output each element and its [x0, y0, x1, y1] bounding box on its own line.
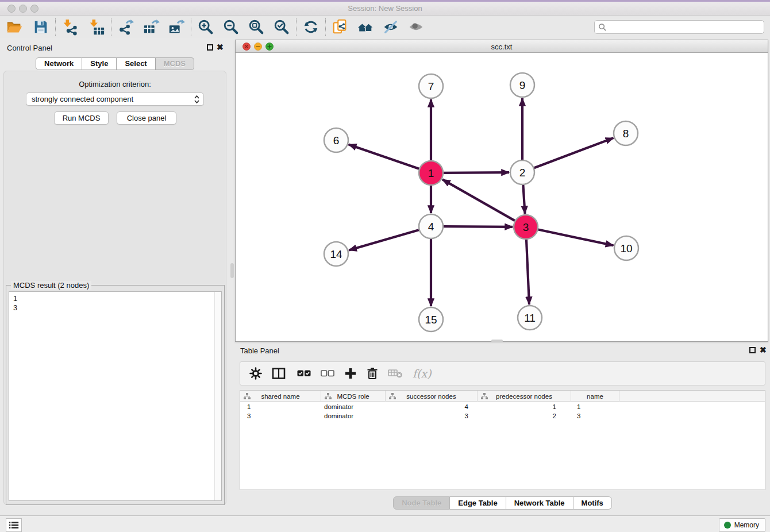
select-all-icon[interactable] [297, 369, 311, 377]
edge-4-3[interactable] [444, 226, 513, 227]
table-cell[interactable]: 4 [386, 402, 478, 411]
save-session-icon[interactable] [31, 17, 51, 37]
memory-button[interactable]: Memory [719, 518, 765, 532]
mcds-result-box: MCDS result (2 nodes) 13 [6, 285, 225, 505]
network-window-title: scc.txt [236, 43, 768, 51]
table-panel-title: Table Panel [240, 346, 279, 355]
tab-select[interactable]: Select [117, 57, 155, 70]
table-row[interactable]: 3dominator323 [240, 411, 765, 421]
edge-1-2[interactable] [444, 172, 509, 173]
export-image-icon[interactable] [167, 17, 186, 37]
control-panel-header: Control Panel ✖ [0, 41, 230, 56]
column-header-name[interactable]: name [571, 391, 619, 402]
node-label-11: 11 [524, 312, 536, 324]
add-row-icon[interactable] [344, 367, 357, 380]
tab-network-table[interactable]: Network Table [506, 496, 573, 510]
export-table-icon[interactable] [141, 17, 161, 37]
edge-2-3[interactable] [523, 185, 525, 214]
import-table-icon[interactable] [87, 17, 106, 37]
node-label-4: 4 [428, 221, 434, 233]
window-title: Session: New Session [0, 4, 770, 13]
tab-network[interactable]: Network [36, 57, 82, 70]
float-panel-icon[interactable] [749, 347, 756, 353]
table-row[interactable]: 1dominator411 [240, 402, 765, 411]
hide-selected-icon[interactable] [381, 17, 401, 37]
panel-splitter-handle[interactable] [491, 340, 503, 342]
network-view-window: scc.txt 7968124314101511 [235, 40, 768, 342]
result-line: 1 [13, 294, 221, 303]
node-label-3: 3 [523, 221, 529, 233]
optimization-criterion-dropdown[interactable]: strongly connected component [26, 92, 204, 106]
edge-3-1[interactable] [442, 179, 515, 221]
tab-motifs[interactable]: Motifs [573, 496, 612, 510]
node-label-7: 7 [428, 80, 434, 92]
control-panel-title: Control Panel [7, 44, 52, 52]
edge-3-10[interactable] [538, 230, 614, 246]
edge-1-6[interactable] [349, 145, 419, 169]
network-window-titlebar[interactable]: scc.txt [236, 40, 768, 53]
zoom-in-icon[interactable] [196, 17, 215, 37]
zoom-out-icon[interactable] [221, 17, 241, 37]
table-cell[interactable]: dominator [321, 402, 386, 411]
search-icon [598, 23, 607, 32]
mcds-result-title: MCDS result (2 nodes) [11, 281, 91, 290]
node-label-2: 2 [519, 167, 526, 179]
table-cell[interactable]: 3 [386, 411, 478, 421]
search-input[interactable] [607, 21, 764, 33]
clone-network-icon[interactable] [330, 17, 350, 37]
run-mcds-button[interactable]: Run MCDS [54, 111, 109, 125]
close-panel-button[interactable]: Close panel [117, 111, 176, 125]
show-all-icon[interactable] [406, 17, 426, 37]
column-header-MCDS-role[interactable]: MCDS role [321, 391, 386, 402]
table-cell[interactable]: 2 [478, 411, 571, 421]
mcds-result-text[interactable]: 13 [9, 291, 222, 501]
first-neighbors-icon[interactable] [356, 17, 375, 37]
panel-splitter-handle[interactable] [230, 263, 234, 278]
table-cell[interactable]: 1 [240, 402, 321, 411]
tab-style[interactable]: Style [82, 57, 117, 70]
toolbar-separator [296, 18, 297, 36]
delete-table-icon[interactable] [388, 368, 403, 379]
function-builder-icon[interactable]: f(x) [413, 367, 432, 380]
task-history-button[interactable] [6, 518, 22, 532]
import-network-icon[interactable] [60, 17, 80, 37]
memory-status-icon [724, 522, 731, 529]
optimization-criterion-label: Optimization criterion: [0, 80, 230, 88]
table-tabs: Node TableEdge TableNetwork TableMotifs [235, 496, 770, 510]
table-cell[interactable]: 1 [478, 402, 571, 411]
table-toolbar: f(x) [240, 361, 765, 385]
column-header-successor-nodes[interactable]: successor nodes [386, 391, 478, 402]
result-scrollbar[interactable] [214, 292, 221, 500]
table-cell[interactable]: 1 [571, 402, 619, 411]
edge-4-14[interactable] [349, 230, 419, 250]
edge-2-8[interactable] [534, 138, 614, 168]
zoom-fit-icon[interactable] [247, 17, 266, 37]
zoom-selected-icon[interactable] [272, 17, 291, 37]
table-cell[interactable]: dominator [321, 411, 386, 421]
dropdown-value: strongly connected component [32, 95, 133, 103]
search-field[interactable] [594, 20, 764, 34]
close-panel-icon[interactable]: ✖ [217, 43, 224, 52]
edge-3-11[interactable] [526, 240, 529, 304]
column-header-shared-name[interactable]: shared name [240, 391, 321, 402]
tab-mcds[interactable]: MCDS [156, 57, 194, 70]
control-panel-tabs: NetworkStyleSelectMCDS [0, 57, 230, 70]
network-canvas[interactable]: 7968124314101511 [236, 53, 768, 341]
column-header-predecessor-nodes[interactable]: predecessor nodes [478, 391, 571, 402]
export-network-icon[interactable] [116, 17, 136, 37]
refresh-view-icon[interactable] [301, 17, 321, 37]
unselect-all-icon[interactable] [321, 369, 334, 377]
split-view-icon[interactable] [272, 367, 286, 380]
main-toolbar [0, 16, 770, 38]
close-panel-icon[interactable]: ✖ [760, 345, 767, 354]
delete-row-trash-icon[interactable] [367, 367, 378, 380]
tab-edge-table[interactable]: Edge Table [450, 496, 506, 510]
node-table[interactable]: shared nameMCDS rolesuccessor nodesprede… [240, 390, 765, 490]
open-session-icon[interactable] [5, 17, 24, 37]
tab-node-table[interactable]: Node Table [393, 496, 450, 510]
table-settings-gear-icon[interactable] [249, 367, 262, 380]
table-cell[interactable]: 3 [571, 411, 619, 421]
node-label-10: 10 [620, 242, 632, 255]
float-panel-icon[interactable] [207, 44, 213, 51]
table-cell[interactable]: 3 [240, 411, 321, 421]
